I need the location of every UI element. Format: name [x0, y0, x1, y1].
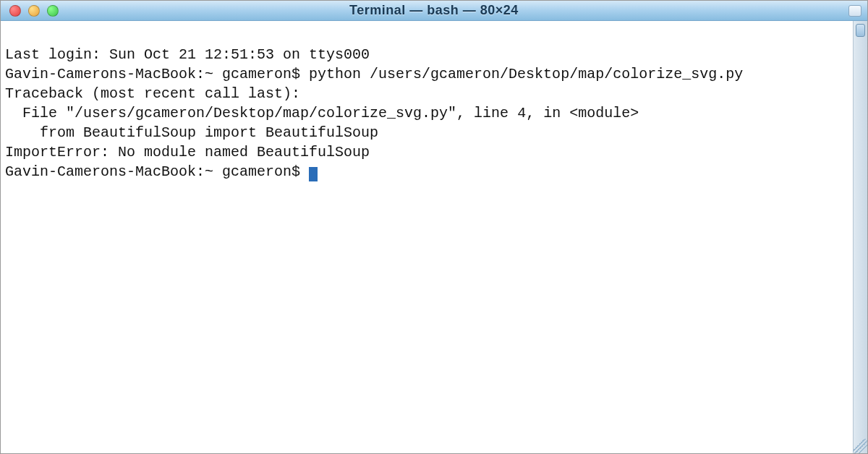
close-icon[interactable]: [9, 5, 21, 17]
cursor-icon: [309, 167, 318, 181]
scroll-thumb[interactable]: [856, 24, 865, 37]
window-controls: [9, 5, 59, 17]
terminal-line: File "/users/gcameron/Desktop/map/colori…: [5, 103, 848, 123]
terminal-line: from BeautifulSoup import BeautifulSoup: [5, 123, 848, 142]
terminal-output[interactable]: Last login: Sun Oct 21 12:51:53 on ttys0…: [1, 21, 853, 453]
resize-grip-icon[interactable]: [853, 439, 867, 453]
scrollbar[interactable]: [853, 21, 867, 453]
window-title: Terminal — bash — 80×24: [8, 3, 860, 18]
titlebar[interactable]: Terminal — bash — 80×24: [1, 1, 867, 21]
terminal-window: Terminal — bash — 80×24 Last login: Sun …: [0, 0, 868, 454]
terminal-line: Traceback (most recent call last):: [5, 84, 848, 103]
minimize-icon[interactable]: [28, 5, 40, 17]
terminal-line: Last login: Sun Oct 21 12:51:53 on ttys0…: [5, 45, 848, 64]
content-area: Last login: Sun Oct 21 12:51:53 on ttys0…: [1, 21, 867, 453]
terminal-line: ImportError: No module named BeautifulSo…: [5, 142, 848, 162]
terminal-prompt: Gavin-Camerons-MacBook:~ gcameron$: [5, 163, 309, 180]
terminal-line: Gavin-Camerons-MacBook:~ gcameron$ pytho…: [5, 64, 848, 84]
toolbar-button-icon[interactable]: [848, 5, 861, 17]
terminal-prompt-line: Gavin-Camerons-MacBook:~ gcameron$: [5, 162, 848, 181]
zoom-icon[interactable]: [47, 5, 59, 17]
